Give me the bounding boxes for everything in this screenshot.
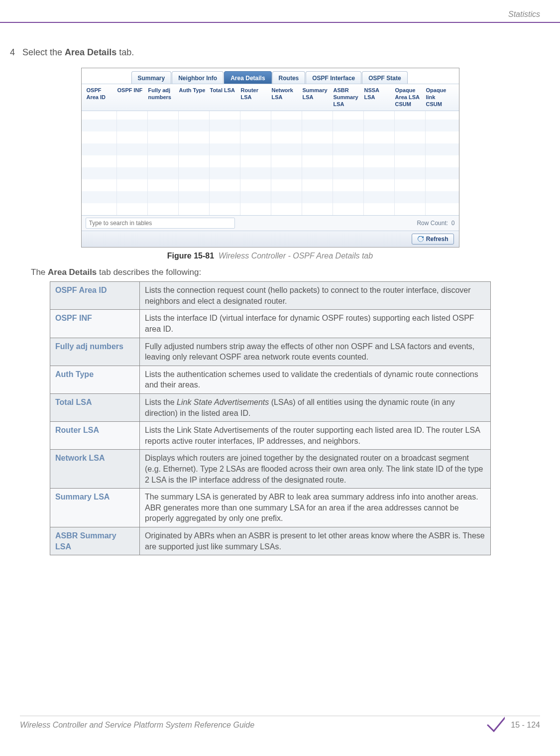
col-opaque-link[interactable]: Opaque link CSUM	[424, 87, 455, 108]
table-row: Summary LSAThe summary LSA is generated …	[50, 489, 491, 527]
grid-vline	[147, 111, 148, 215]
definition-term: Router LSA	[50, 422, 140, 450]
grid-vline	[116, 111, 117, 215]
grid-vline	[209, 111, 210, 215]
grid-vline	[271, 111, 271, 215]
tabs-row: Summary Neighbor Info Area Details Route…	[82, 68, 459, 84]
definition-desc: Lists the connection request count (hell…	[140, 282, 491, 310]
col-summary-lsa[interactable]: Summary LSA	[301, 87, 332, 108]
col-total-lsa[interactable]: Total LSA	[208, 87, 239, 108]
definition-term: OSPF INF	[50, 310, 140, 338]
grid-vline	[333, 111, 333, 215]
page-number: 15 - 124	[511, 721, 540, 730]
col-asbr-summary[interactable]: ASBR Summary LSA	[332, 87, 362, 108]
definition-term: Fully adj numbers	[50, 338, 140, 366]
step-number: 4	[10, 47, 15, 57]
screenshot: Summary Neighbor Info Area Details Route…	[81, 68, 459, 248]
tab-area-details[interactable]: Area Details	[224, 71, 271, 84]
tab-ospf-interface[interactable]: OSPF Interface	[306, 71, 361, 84]
definition-desc: Lists the Link State Advertisements of t…	[140, 422, 491, 450]
col-ospf-area-id[interactable]: OSPF Area ID	[85, 87, 115, 108]
page-content: 4 Select the Area Details tab. Summary N…	[0, 47, 540, 555]
grid-body	[82, 111, 459, 216]
tab-ospf-state[interactable]: OSPF State	[362, 71, 407, 84]
table-row: OSPF INFLists the interface ID (virtual …	[50, 310, 491, 338]
refresh-button[interactable]: Refresh	[412, 234, 454, 245]
figure-label: Figure 15-81	[167, 252, 214, 260]
definition-term: OSPF Area ID	[50, 282, 140, 310]
grid-vline	[240, 111, 240, 215]
definition-desc: Displays which routers are joined togeth…	[140, 450, 491, 489]
grid-vline	[302, 111, 302, 215]
col-ospf-inf[interactable]: OSPF INF	[115, 87, 146, 108]
figure-caption-text: Wireless Controller - OSPF Area Details …	[219, 252, 373, 260]
intro-pre: The	[31, 267, 48, 277]
grid-vline	[425, 111, 426, 215]
tab-neighbor-info[interactable]: Neighbor Info	[172, 71, 224, 84]
figure-caption: Figure 15-81 Wireless Controller - OSPF …	[0, 252, 540, 260]
check-icon	[487, 715, 505, 735]
header-rule	[0, 22, 560, 23]
step-pre: Select the	[22, 47, 65, 57]
grid-header: OSPF Area ID OSPF INF Fully adj numbers …	[82, 84, 459, 111]
intro-bold: Area Details	[48, 267, 97, 277]
tab-routes[interactable]: Routes	[272, 71, 306, 84]
definition-desc: Lists the authentication schemes used to…	[140, 366, 491, 393]
panel-footer: Refresh	[82, 231, 459, 247]
row-count-value: 0	[451, 220, 455, 227]
col-auth-type[interactable]: Auth Type	[177, 87, 208, 108]
header-section: Statistics	[508, 10, 540, 19]
search-row: Row Count: 0	[82, 216, 459, 231]
search-input[interactable]	[86, 218, 235, 229]
definition-term: Summary LSA	[50, 489, 140, 527]
tab-summary[interactable]: Summary	[131, 71, 172, 84]
table-row: Router LSALists the Link State Advertise…	[50, 422, 491, 450]
definitions-tbody: OSPF Area IDLists the connection request…	[50, 282, 491, 555]
definition-desc: The summary LSA is generated by ABR to l…	[140, 489, 491, 527]
table-row: Fully adj numbersFully adjusted numbers …	[50, 338, 491, 366]
col-network-lsa[interactable]: Network LSA	[270, 87, 301, 108]
footer-title: Wireless Controller and Service Platform…	[20, 721, 254, 730]
definition-desc: Lists the Link State Advertisements (LSA…	[140, 394, 491, 422]
definition-term: Auth Type	[50, 366, 140, 393]
definition-desc: Originated by ABRs when an ASBR is prese…	[140, 527, 491, 555]
grid-vline	[363, 111, 364, 215]
table-row: OSPF Area IDLists the connection request…	[50, 282, 491, 310]
grid-vline	[394, 111, 395, 215]
table-row: Network LSADisplays which routers are jo…	[50, 450, 491, 489]
refresh-icon	[417, 236, 424, 242]
col-fully-adj[interactable]: Fully adj numbers	[146, 87, 177, 108]
row-count-label: Row Count:	[417, 220, 448, 227]
table-row: Total LSALists the Link State Advertisem…	[50, 394, 491, 422]
definition-term: Network LSA	[50, 450, 140, 489]
intro-post: tab describes the following:	[97, 267, 201, 277]
intro-text: The Area Details tab describes the follo…	[31, 267, 540, 277]
definition-desc: Fully adjusted numbers strip away the ef…	[140, 338, 491, 366]
definitions-table: OSPF Area IDLists the connection request…	[50, 281, 491, 555]
grid-vline	[178, 111, 179, 215]
page-number-box: 15 - 124	[487, 715, 540, 735]
definition-desc: Lists the interface ID (virtual interfac…	[140, 310, 491, 338]
step-post: tab.	[116, 47, 134, 57]
row-count: Row Count: 0	[417, 220, 454, 227]
step-bold: Area Details	[65, 47, 116, 57]
col-nssa-lsa[interactable]: NSSA LSA	[362, 87, 393, 108]
col-router-lsa[interactable]: Router LSA	[239, 87, 270, 108]
definition-term: ASBR Summary LSA	[50, 527, 140, 555]
table-row: Auth TypeLists the authentication scheme…	[50, 366, 491, 393]
definition-term: Total LSA	[50, 394, 140, 422]
col-opaque-area[interactable]: Opaque Area LSA CSUM	[393, 87, 424, 108]
page-footer: Wireless Controller and Service Platform…	[20, 715, 540, 735]
step-instruction: 4 Select the Area Details tab.	[10, 47, 540, 58]
table-row: ASBR Summary LSAOriginated by ABRs when …	[50, 527, 491, 555]
refresh-label: Refresh	[426, 236, 448, 243]
